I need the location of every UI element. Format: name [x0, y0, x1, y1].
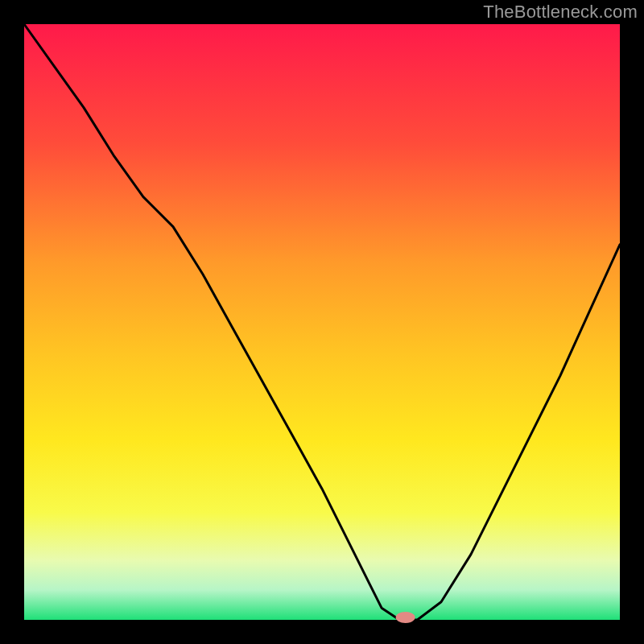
plot-area [24, 24, 620, 620]
optimum-marker [396, 612, 415, 623]
chart-svg [0, 0, 644, 644]
watermark-label: TheBottleneck.com [483, 2, 638, 23]
bottleneck-chart: TheBottleneck.com [0, 0, 644, 644]
